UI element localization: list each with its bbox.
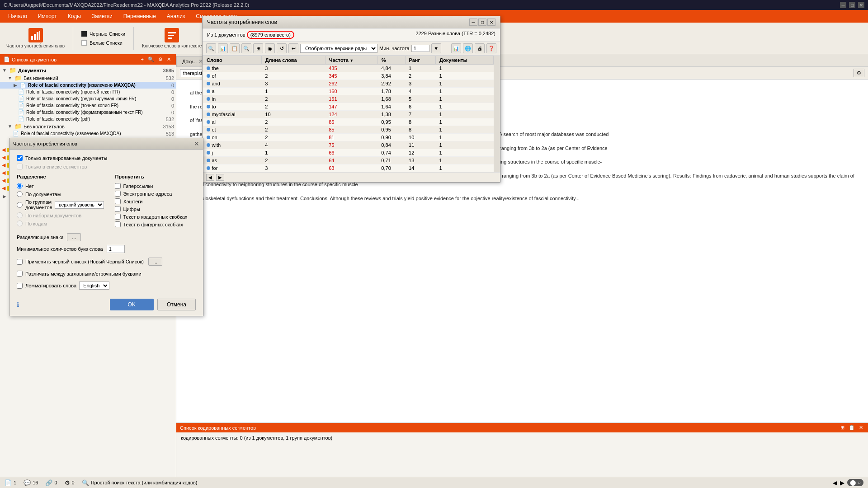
menu-codes[interactable]: Коды <box>63 12 85 21</box>
panel-settings-btn[interactable]: ⚙ <box>157 56 164 63</box>
black-list-btn[interactable]: Черные Списки <box>79 30 128 38</box>
expand-icon-2[interactable]: ▼ <box>7 75 13 80</box>
wf-table-row[interactable]: of 2 345 3,84 2 1 <box>203 72 494 80</box>
col-rank[interactable]: Ранг <box>405 56 435 65</box>
wf-maximize-btn[interactable]: □ <box>478 19 486 26</box>
white-list-btn[interactable]: Белые Списки <box>79 39 128 47</box>
wf-rows-dropdown[interactable]: Отображать верхние ряды <box>300 44 377 53</box>
level-dropdown[interactable]: верхний уровень <box>55 201 104 209</box>
tree-doc-extracted-2[interactable]: 📄 Role of fascial connectivity (извлечен… <box>0 130 176 137</box>
tree-doc-pdf[interactable]: 📄 Role of fascial connectivity (pdf) 532 <box>0 116 176 122</box>
wf-tool-btn-2[interactable]: 📊 <box>218 43 228 53</box>
menu-start[interactable]: Начало <box>4 12 32 21</box>
wf-help-btn[interactable]: ❓ <box>486 43 496 53</box>
panel-search-btn[interactable]: 🔍 <box>146 56 156 63</box>
status-right-btn-2[interactable]: ▶ <box>840 479 844 486</box>
tree-doc-formatted[interactable]: 📄 Role of fascial connectivity (форматир… <box>0 109 176 116</box>
wf-tool-btn-5[interactable]: ⊞ <box>253 43 263 53</box>
dark-mode-toggle[interactable]: ⬤ ○ <box>847 479 863 486</box>
wf-export-excel-btn[interactable]: 📊 <box>451 43 461 53</box>
col-docs[interactable]: Документы <box>435 56 493 65</box>
minimize-button[interactable]: ─ <box>840 2 846 8</box>
radio-by-codes[interactable] <box>17 221 23 226</box>
col-pct[interactable]: % <box>377 56 405 65</box>
wf-table-scroll[interactable]: Слово Длина слова Частота % Ранг Докумен… <box>203 56 494 172</box>
only-segments-checkbox[interactable] <box>17 164 23 169</box>
radio-by-docs[interactable] <box>17 191 23 197</box>
case-sensitive-cb[interactable] <box>17 271 23 277</box>
coded-panel-btn-1[interactable]: ⊞ <box>839 424 846 431</box>
expand-icon-4[interactable]: ▼ <box>7 124 13 129</box>
tree-doc-simple[interactable]: 📄 Role of fascial connectivity (простой … <box>0 89 176 95</box>
wf-table-row[interactable]: for 3 63 0,70 14 1 <box>203 164 494 172</box>
wf-scrollbar[interactable] <box>494 56 500 172</box>
word-freq-tool[interactable]: Частота употребления слов <box>4 26 67 50</box>
wf-cancel-button[interactable]: Отмена <box>157 299 196 310</box>
wf-min-freq-input[interactable] <box>411 45 429 52</box>
wf-table-row[interactable]: et 2 85 0,95 8 1 <box>203 126 494 134</box>
menu-notes[interactable]: Заметки <box>87 12 117 21</box>
col-freq[interactable]: Частота <box>325 56 377 65</box>
panel-add-btn[interactable]: + <box>140 56 145 63</box>
skip-curly-cb[interactable] <box>115 221 121 227</box>
expand-nasets[interactable]: ▶ <box>2 194 7 199</box>
wf-table-row[interactable]: al 2 85 0,95 8 1 <box>203 118 494 126</box>
wf-bottom-right-btn[interactable]: ▶ <box>216 174 224 181</box>
wf-table-row[interactable]: the 3 435 4,84 1 1 <box>203 65 494 72</box>
wf-tool-btn-8[interactable]: ↩ <box>288 43 298 53</box>
wf-tool-btn-1[interactable]: 🔍 <box>206 43 216 53</box>
tree-doc-extracted[interactable]: ▶ 📄 Role of fascial connectivity (извлеч… <box>0 82 176 89</box>
wf-table-row[interactable]: a 1 160 1,78 4 1 <box>203 88 494 95</box>
wf-table-row[interactable]: on 2 81 0,90 10 1 <box>203 134 494 141</box>
wf-table-row[interactable]: and 3 262 2,92 3 1 <box>203 80 494 88</box>
menu-analysis[interactable]: Анализ <box>162 12 190 21</box>
close-button[interactable]: ✕ <box>858 2 864 8</box>
apply-blacklist-btn[interactable]: ... <box>148 258 162 266</box>
radio-by-docsets[interactable] <box>17 212 23 218</box>
wf-table-row[interactable]: in 2 151 1,68 5 1 <box>203 95 494 103</box>
skip-hyperlinks-cb[interactable] <box>115 183 121 189</box>
wf-bottom-left-btn[interactable]: ◀ <box>206 174 214 181</box>
wf-tool-btn-6[interactable]: ◉ <box>265 43 275 53</box>
wf-table-row[interactable]: to 2 147 1,64 6 1 <box>203 103 494 111</box>
wf-table-row[interactable]: myofascial 10 124 1,38 7 1 <box>203 111 494 118</box>
tree-no-changes[interactable]: ▼ 📁 Без изменений 532 <box>0 74 176 82</box>
settings-doc-btn[interactable]: ⚙ <box>854 69 864 77</box>
wf-dialog-close-btn[interactable]: ✕ <box>194 140 199 147</box>
coded-panel-btn-2[interactable]: 📋 <box>847 424 856 431</box>
dialog-info-icon[interactable]: ℹ <box>17 301 19 308</box>
apply-blacklist-cb[interactable] <box>17 259 23 265</box>
tree-doc-exact[interactable]: 📄 Role of fascial connectivity (точная к… <box>0 102 176 109</box>
wf-ok-button[interactable]: OK <box>110 299 154 310</box>
panel-close-btn[interactable]: ✕ <box>165 56 172 63</box>
wf-tool-btn-4[interactable]: 🔍 <box>241 43 251 53</box>
min-letters-input[interactable] <box>107 245 125 253</box>
only-active-checkbox[interactable] <box>17 155 23 161</box>
tree-doc-editable[interactable]: 📄 Role of fascial connectivity (редактир… <box>0 95 176 102</box>
menu-variables[interactable]: Переменные <box>119 12 160 21</box>
keyword-tool[interactable]: Ключевое слово в контексте <box>139 26 204 50</box>
tree-root-documents[interactable]: ▼ 📁 Документы 3685 <box>0 66 176 74</box>
wf-table-row[interactable]: j 1 66 0,74 12 1 <box>203 149 494 157</box>
coded-panel-btn-3[interactable]: ✕ <box>858 424 864 431</box>
wf-tool-btn-3[interactable]: 📋 <box>230 43 240 53</box>
skip-square-cb[interactable] <box>115 214 121 220</box>
tree-no-headers[interactable]: ▼ 📁 Без колонтитулов 3153 <box>0 122 176 130</box>
wf-export-btn[interactable]: 🌐 <box>463 43 473 53</box>
expand-icon-3[interactable]: ▶ <box>13 83 18 88</box>
skip-emails-cb[interactable] <box>115 191 121 197</box>
wf-tool-btn-7[interactable]: ↺ <box>277 43 287 53</box>
status-right-btn-1[interactable]: ◀ <box>833 479 837 486</box>
wf-table-row[interactable]: with 4 75 0,84 11 1 <box>203 141 494 149</box>
wf-print-btn[interactable]: 🖨 <box>475 43 485 53</box>
maximize-button[interactable]: □ <box>849 2 855 8</box>
wf-table-row[interactable]: as 2 64 0,71 13 1 <box>203 157 494 164</box>
sep-btn[interactable]: ... <box>67 233 81 241</box>
wf-close-btn[interactable]: ✕ <box>487 19 495 26</box>
menu-import[interactable]: Импорт <box>33 12 61 21</box>
col-length[interactable]: Длина слова <box>261 56 325 65</box>
expand-icon[interactable]: ▼ <box>2 68 7 73</box>
skip-numbers-cb[interactable] <box>115 206 121 212</box>
col-word[interactable]: Слово <box>203 56 262 65</box>
lang-select[interactable]: English <box>79 282 109 290</box>
